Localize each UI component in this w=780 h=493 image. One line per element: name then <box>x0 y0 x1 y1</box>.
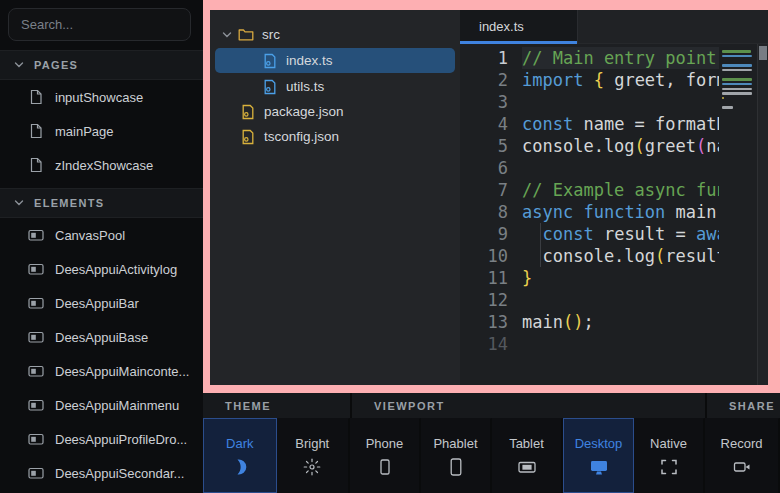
line-number: 10 <box>460 245 522 267</box>
code-preview: src index.ts utils.ts package.json tscon… <box>210 10 768 385</box>
line-text: console.log(result <box>522 245 719 267</box>
sidebar-item-DeesAppuiMainmenu[interactable]: DeesAppuiMainmenu <box>0 388 203 422</box>
sidebar-item-label: inputShowcase <box>55 90 143 105</box>
sidebar-item-DeesAppuiSecondar[interactable]: DeesAppuiSecondar... <box>0 456 203 490</box>
line-text: // Example async fun <box>522 179 719 201</box>
element-icon <box>28 363 44 379</box>
line-text <box>522 157 719 179</box>
minimap[interactable] <box>719 44 757 385</box>
sidebar-item-label: DeesAppuiBar <box>55 296 139 311</box>
tab-label: index.ts <box>479 19 524 34</box>
sidebar-item-DeesAppuiMainconte[interactable]: DeesAppuiMainconte... <box>0 354 203 388</box>
toolbar-button-dark[interactable]: Dark <box>203 418 277 493</box>
element-icon <box>28 227 44 243</box>
toolbar-section-labels: THEMEVIEWPORTSHARE <box>203 393 780 418</box>
line-text: // Main entry point <box>522 47 719 69</box>
toolbar-button-label: Desktop <box>575 436 623 451</box>
sun-icon <box>302 458 322 476</box>
sidebar-item-zIndexShowcase[interactable]: zIndexShowcase <box>0 148 203 182</box>
tree-file-utils.ts[interactable]: utils.ts <box>210 74 460 99</box>
toolbar-section-viewport: VIEWPORT <box>350 393 705 418</box>
element-icon <box>28 465 44 481</box>
sidebar-section-label: ELEMENTS <box>34 197 104 209</box>
file-tree: src index.ts utils.ts package.json tscon… <box>210 10 460 385</box>
folder-icon <box>238 27 254 43</box>
toolbar-section-share: SHARE <box>705 393 780 418</box>
sidebar-item-DeesAppuiProfileDro[interactable]: DeesAppuiProfileDro... <box>0 422 203 456</box>
folder-name: src <box>262 27 280 42</box>
moon-icon <box>230 458 250 476</box>
toolbar-buttons: Dark Bright Phone Phablet Tablet Desktop… <box>203 418 780 493</box>
tab-index-ts[interactable]: index.ts <box>460 10 578 43</box>
toolbar-button-record[interactable]: Record <box>705 418 780 493</box>
code-line: 4 const name = formatN <box>460 113 719 135</box>
app-root: PAGES inputShowcase mainPage zIndexShowc… <box>0 0 780 493</box>
sidebar-item-inputShowcase[interactable]: inputShowcase <box>0 80 203 114</box>
element-icon <box>28 431 44 447</box>
page-icon <box>28 89 44 105</box>
sidebar-sections: PAGES inputShowcase mainPage zIndexShowc… <box>0 50 203 490</box>
element-icon <box>28 295 44 311</box>
line-text <box>522 333 719 355</box>
tree-folder-src[interactable]: src <box>210 22 460 47</box>
line-text: const result = awa <box>522 223 719 245</box>
tree-file-package.json[interactable]: package.json <box>210 99 460 124</box>
sidebar-item-DeesAppuiActivitylog[interactable]: DeesAppuiActivitylog <box>0 252 203 286</box>
line-number: 11 <box>460 267 522 289</box>
code-line: 2 import { greet, form <box>460 69 719 91</box>
tree-file-name: tsconfig.json <box>264 129 339 144</box>
line-text: } <box>522 267 719 289</box>
sidebar-item-label: DeesAppuiBase <box>55 330 148 345</box>
code-line: 10 console.log(result <box>460 245 719 267</box>
toolbar-button-label: Phablet <box>433 436 477 451</box>
line-number: 8 <box>460 201 522 223</box>
tree-file-name: utils.ts <box>286 79 324 94</box>
toolbar-button-label: Record <box>721 436 763 451</box>
toolbar-button-bright[interactable]: Bright <box>277 418 351 493</box>
tree-file-name: package.json <box>264 104 344 119</box>
code-line: 6 <box>460 157 719 179</box>
element-icon <box>28 329 44 345</box>
toolbar-button-desktop[interactable]: Desktop <box>563 418 634 493</box>
sidebar-item-mainPage[interactable]: mainPage <box>0 114 203 148</box>
line-number: 4 <box>460 113 522 135</box>
toolbar-button-native[interactable]: Native <box>634 418 705 493</box>
line-text <box>522 91 719 113</box>
line-number: 2 <box>460 69 522 91</box>
toolbar-button-label: Bright <box>295 436 329 451</box>
toolbar-button-label: Tablet <box>509 436 544 451</box>
line-number: 3 <box>460 91 522 113</box>
toolbar-button-phablet[interactable]: Phablet <box>421 418 492 493</box>
editor-column: index.ts 1 // Main entry point 2 import … <box>460 10 768 385</box>
tree-file-tsconfig.json[interactable]: tsconfig.json <box>210 124 460 149</box>
code-line: 14 <box>460 333 719 355</box>
env-toolbar: THEMEVIEWPORTSHARE Dark Bright Phone Pha… <box>203 393 780 493</box>
line-text: import { greet, form <box>522 69 719 91</box>
json-file-icon <box>240 104 256 120</box>
code-line: 1 // Main entry point <box>460 47 719 69</box>
sidebar-item-DeesAppuiBar[interactable]: DeesAppuiBar <box>0 286 203 320</box>
tree-file-index.ts[interactable]: index.ts <box>210 48 460 73</box>
sidebar-item-label: DeesAppuiMainconte... <box>55 364 189 379</box>
code-area[interactable]: 1 // Main entry point 2 import { greet, … <box>460 44 719 385</box>
code-line: 9 const result = awa <box>460 223 719 245</box>
line-text: const name = formatN <box>522 113 719 135</box>
toolbar-button-tablet[interactable]: Tablet <box>492 418 563 493</box>
editor-scrollbar[interactable] <box>757 44 768 385</box>
sidebar-section-pages[interactable]: PAGES <box>0 50 203 80</box>
page-icon <box>28 157 44 173</box>
sidebar-item-label: zIndexShowcase <box>55 158 153 173</box>
sidebar-section-elements[interactable]: ELEMENTS <box>0 188 203 218</box>
sidebar-item-DeesAppuiBase[interactable]: DeesAppuiBase <box>0 320 203 354</box>
line-number: 12 <box>460 289 522 311</box>
code-line: 12 <box>460 289 719 311</box>
page-icon <box>28 123 44 139</box>
line-number: 9 <box>460 223 522 245</box>
search-input[interactable] <box>8 8 191 41</box>
line-number: 13 <box>460 311 522 333</box>
code-line: 8 async function main( <box>460 201 719 223</box>
sidebar-item-CanvasPool[interactable]: CanvasPool <box>0 218 203 252</box>
scrollbar-thumb[interactable] <box>759 46 767 60</box>
toolbar-button-phone[interactable]: Phone <box>350 418 421 493</box>
toolbar-section-title: SHARE <box>729 400 775 412</box>
